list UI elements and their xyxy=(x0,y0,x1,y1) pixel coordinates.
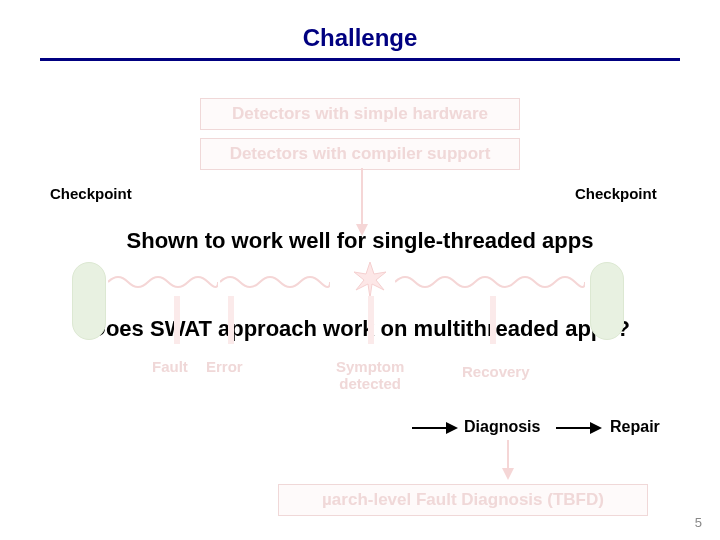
label-error: Error xyxy=(206,358,243,375)
checkpoint-right-label: Checkpoint xyxy=(575,185,657,202)
wavy-segment-2 xyxy=(220,272,330,292)
statement-single-threaded: Shown to work well for single-threaded a… xyxy=(0,228,720,254)
slide-number: 5 xyxy=(695,515,702,530)
checkpoint-pill-left xyxy=(72,262,106,340)
fault-burst-icon xyxy=(352,262,388,298)
svg-marker-8 xyxy=(502,468,514,480)
label-recovery: Recovery xyxy=(462,363,530,380)
svg-marker-6 xyxy=(590,422,602,434)
marker-error xyxy=(228,296,234,344)
marker-symptom xyxy=(368,296,374,344)
svg-marker-2 xyxy=(354,262,386,298)
label-fault: Fault xyxy=(152,358,188,375)
checkpoint-pill-right xyxy=(590,262,624,340)
checkpoint-left-label: Checkpoint xyxy=(50,185,132,202)
label-diagnosis: Diagnosis xyxy=(464,418,540,436)
wavy-segment-1 xyxy=(108,272,218,292)
uarch-diagnosis-box: µarch-level Fault Diagnosis (TBFD) xyxy=(278,484,648,516)
wavy-segment-3 xyxy=(395,272,585,292)
label-symptom: Symptom detected xyxy=(336,358,404,393)
detectors-compiler-box: Detectors with compiler support xyxy=(200,138,520,170)
arrow-to-repair xyxy=(556,416,602,440)
arrow-to-diagnosis xyxy=(412,416,458,440)
detectors-hardware-box: Detectors with simple hardware xyxy=(200,98,520,130)
slide-title: Challenge xyxy=(0,0,720,58)
title-underline xyxy=(40,58,680,61)
svg-marker-4 xyxy=(446,422,458,434)
marker-fault xyxy=(174,296,180,344)
label-repair: Repair xyxy=(610,418,660,436)
arrow-down-to-uarch xyxy=(498,440,518,480)
marker-recovery xyxy=(490,296,496,344)
